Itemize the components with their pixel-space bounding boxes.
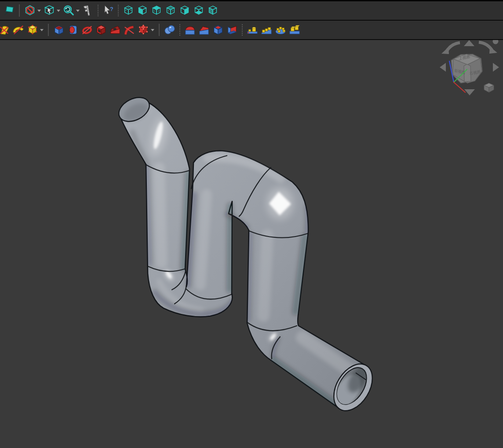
view-top-button[interactable] bbox=[150, 4, 163, 18]
toolbar-dotted-separator bbox=[118, 5, 119, 16]
zoom-orbit-icon bbox=[62, 4, 75, 17]
view-front-button[interactable] bbox=[136, 4, 149, 18]
mirror-copy-icon bbox=[288, 24, 301, 36]
hollow-box-button[interactable] bbox=[95, 23, 108, 37]
dropdown-arrow-icon[interactable] bbox=[37, 10, 41, 12]
viewport-3d[interactable]: 上视图 前视图 右视图 bbox=[0, 0, 503, 448]
cube-top-icon bbox=[150, 4, 163, 17]
toolbar-dotted-separator bbox=[179, 24, 180, 36]
wedge-hole-button[interactable] bbox=[109, 23, 122, 37]
remove-revolve-button[interactable] bbox=[12, 23, 25, 37]
viewcube-cube[interactable]: 上视图 前视图 右视图 bbox=[451, 54, 482, 83]
cube-back-icon bbox=[164, 4, 177, 17]
toolbar-separator bbox=[159, 24, 160, 36]
x-axis bbox=[454, 82, 465, 92]
dropdown-arrow-icon[interactable] bbox=[151, 29, 154, 31]
toolbar-separator bbox=[19, 4, 20, 17]
no-entry-icon bbox=[24, 4, 36, 17]
pick-box-button[interactable] bbox=[43, 4, 56, 18]
box-primitive-icon bbox=[53, 24, 65, 36]
circular-pattern-button[interactable] bbox=[274, 23, 287, 37]
dropdown-arrow-icon[interactable] bbox=[76, 10, 80, 12]
view-axonometric-button[interactable] bbox=[122, 4, 135, 18]
tilt-left-arrow-icon[interactable] bbox=[440, 63, 446, 72]
red-sweep-slash-icon bbox=[123, 24, 135, 36]
red-torus-slash-icon bbox=[81, 24, 93, 36]
view-bottom-button[interactable] bbox=[192, 4, 205, 18]
toolbar-area: ? bbox=[0, 0, 503, 40]
red-wedge-hole-icon bbox=[109, 24, 121, 36]
union-spheres-icon bbox=[164, 24, 176, 36]
caliper-icon bbox=[82, 4, 94, 17]
cube-right-icon bbox=[179, 4, 191, 17]
shell-icon bbox=[212, 24, 224, 36]
rotate-ccw-arrowhead-icon[interactable] bbox=[441, 47, 449, 54]
select-plane-icon bbox=[3, 4, 15, 17]
circular-pattern-icon bbox=[274, 24, 287, 36]
primitive-cylinder-button[interactable] bbox=[66, 23, 80, 37]
help-cursor-icon: ? bbox=[102, 4, 114, 17]
draft-icon bbox=[226, 24, 238, 36]
remove-lump-button[interactable] bbox=[0, 23, 11, 37]
iso-view-icon[interactable] bbox=[484, 83, 494, 92]
viewcube-widget: 上视图 前视图 右视图 bbox=[0, 0, 503, 448]
cylinder-primitive-icon bbox=[67, 24, 79, 36]
view-left-button[interactable] bbox=[206, 4, 219, 18]
chamfer-button[interactable] bbox=[197, 23, 211, 37]
cube-front-icon bbox=[136, 4, 149, 17]
sweep-remove-button[interactable] bbox=[123, 23, 136, 37]
yellow-cone-cross-icon bbox=[0, 24, 11, 36]
cad-app-window: 上视图 前视图 右视图 bbox=[0, 0, 503, 448]
yellow-torus-slash-icon bbox=[12, 24, 25, 36]
linear-pattern-button[interactable] bbox=[260, 23, 273, 37]
feature-pattern-icon bbox=[246, 24, 259, 36]
zoom-orbit-button[interactable] bbox=[62, 4, 75, 18]
edit-feature-vertices-button[interactable] bbox=[137, 23, 150, 37]
chamfer-icon bbox=[198, 24, 210, 36]
cube-left-icon bbox=[207, 4, 219, 17]
mirror-copy-button[interactable] bbox=[288, 23, 301, 37]
boolean-union-button[interactable] bbox=[163, 23, 176, 37]
primitive-box-button[interactable] bbox=[52, 23, 66, 37]
primitive-torus-button[interactable] bbox=[80, 23, 94, 37]
feature-toolbar bbox=[0, 21, 503, 40]
rotate-ccw-arrow-icon[interactable] bbox=[447, 43, 460, 51]
fillet-button[interactable] bbox=[183, 23, 197, 37]
yellow-vertex-cube-icon bbox=[26, 24, 39, 36]
view-back-button[interactable] bbox=[164, 4, 177, 18]
select-sketch-plane-button[interactable] bbox=[2, 4, 15, 18]
tilt-down-arrow-icon[interactable] bbox=[464, 89, 475, 95]
draft-button[interactable] bbox=[226, 23, 239, 37]
red-vertex-cube-icon bbox=[137, 24, 149, 36]
dropdown-arrow-icon[interactable] bbox=[40, 29, 44, 31]
toolbar-dotted-separator bbox=[242, 24, 243, 36]
cube-cursor-icon bbox=[43, 4, 55, 17]
view-toolbar: ? bbox=[0, 0, 503, 21]
red-box-hole-icon bbox=[95, 24, 107, 36]
tilt-up-arrow-icon[interactable] bbox=[464, 40, 474, 46]
linear-pattern-icon bbox=[260, 24, 273, 36]
rotate-cw-arrowhead-icon[interactable] bbox=[489, 47, 497, 54]
context-help-button[interactable]: ? bbox=[102, 4, 115, 18]
feature-pattern-button[interactable] bbox=[246, 23, 259, 37]
shell-button[interactable] bbox=[211, 23, 225, 37]
view-right-button[interactable] bbox=[178, 4, 191, 18]
no-entry-filter-button[interactable] bbox=[23, 4, 36, 18]
edit-solid-vertices-button[interactable] bbox=[26, 23, 39, 37]
tilt-right-arrow-icon[interactable] bbox=[493, 63, 499, 72]
cube-axo-icon bbox=[122, 4, 135, 17]
fillet-icon bbox=[184, 24, 196, 36]
toolbar-dotted-separator bbox=[98, 5, 98, 16]
cube-bottom-icon bbox=[193, 4, 205, 17]
toolbar-separator bbox=[48, 24, 49, 36]
dropdown-arrow-icon[interactable] bbox=[57, 10, 60, 12]
measure-button[interactable] bbox=[81, 4, 95, 18]
svg-text:?: ? bbox=[110, 6, 113, 12]
